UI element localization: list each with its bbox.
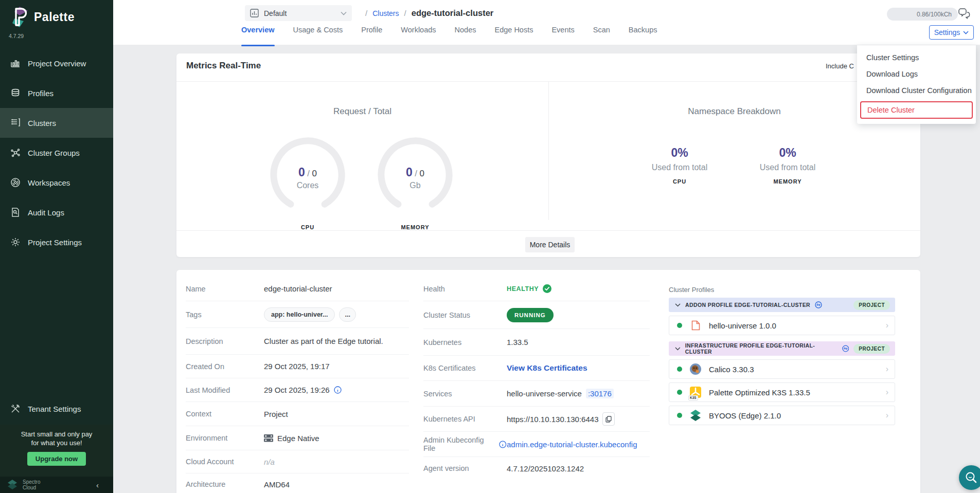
settings-button[interactable]: Settings: [929, 25, 974, 40]
infrastructure-profile-group-header[interactable]: INFRASTRUCTURE PROFILE EDGE-TUTORIAL-CLU…: [669, 341, 895, 356]
tab-workloads[interactable]: Workloads: [401, 26, 436, 39]
detail-label: Health: [423, 285, 507, 293]
detail-label: Tags: [186, 311, 264, 319]
tab-scan[interactable]: Scan: [593, 26, 610, 39]
detail-row-health: Health HEALTHY: [423, 277, 650, 301]
gauge-value: 0 / 0 Gb: [374, 166, 456, 190]
sidebar-item-project-overview[interactable]: Project Overview: [0, 48, 113, 78]
stat-kind-label: MEMORY: [731, 178, 844, 185]
sidebar-collapse-chevron[interactable]: ‹: [96, 481, 99, 489]
tab-usage-costs[interactable]: Usage & Costs: [293, 26, 343, 39]
sidebar-item-cluster-groups[interactable]: Cluster Groups: [0, 138, 113, 168]
tag-pill[interactable]: app: hello-univer...: [264, 307, 335, 322]
sidebar-item-audit-logs[interactable]: Audit Logs: [0, 197, 113, 227]
sidebar: Palette 4.7.29 Project Overview Profiles…: [0, 0, 113, 493]
footer-brand-top: Spectro: [23, 479, 40, 485]
tag-more-pill[interactable]: ...: [339, 307, 355, 322]
detail-label: Cloud Account: [186, 458, 264, 466]
edge-native-icon: [264, 434, 273, 442]
link-icon[interactable]: [842, 345, 849, 352]
tab-overview[interactable]: Overview: [241, 26, 275, 39]
menu-item-delete-cluster[interactable]: Delete Cluster: [860, 101, 973, 119]
detail-row-cloud-account: Cloud Account n/a: [186, 450, 409, 473]
footer-brand-bottom: Cloud: [23, 485, 40, 490]
profile-pack-row-k3s[interactable]: K3S Palette Optimized K3S 1.33.5 ›: [669, 382, 895, 402]
detail-label: Agent version: [423, 464, 507, 472]
workspaces-icon: [10, 177, 21, 188]
divider: [176, 230, 920, 231]
tab-profile[interactable]: Profile: [361, 26, 382, 39]
detail-value: 29 Oct 2025, 19:17: [264, 362, 330, 371]
status-dot: [677, 367, 682, 372]
menu-item-download-logs[interactable]: Download Logs: [857, 66, 976, 82]
menu-item-download-cluster-configuration[interactable]: Download Cluster Configuration: [857, 82, 976, 99]
brand-name: Palette: [34, 10, 75, 24]
project-selector[interactable]: Default: [245, 5, 352, 21]
running-status-pill: RUNNING: [507, 308, 554, 322]
gauge-unit: Gb: [374, 181, 456, 190]
stat-percent: 0%: [731, 146, 844, 160]
gauge-separator: /: [415, 169, 417, 178]
detail-label: K8s Certificates: [423, 364, 507, 372]
support-help-button[interactable]: [959, 465, 980, 490]
pack-name: Palette Optimized K3S 1.33.5: [709, 388, 879, 397]
detail-row-created-on: Created On 29 Oct 2025, 19:17: [186, 355, 409, 378]
memory-breakdown-stat: 0% Used from total MEMORY: [731, 146, 844, 185]
stat-caption: Used from total: [623, 163, 736, 172]
kubeconfig-download-link[interactable]: admin.edge-tutorial-cluster.kubeconfig: [507, 440, 637, 449]
link-icon[interactable]: [815, 301, 822, 308]
gauge-value: 0 / 0 Cores: [266, 166, 349, 190]
sidebar-item-clusters[interactable]: Clusters: [0, 108, 113, 138]
sidebar-item-label: Clusters: [28, 119, 56, 127]
profile-pack-row-byoos[interactable]: BYOOS (Edge) 2.1.0 ›: [669, 406, 895, 425]
metrics-title: Metrics Real-Time: [186, 61, 261, 71]
chevron-right-icon: ›: [886, 321, 888, 330]
detail-row-kubernetes: Kubernetes 1.33.5: [423, 329, 650, 356]
chat-icon[interactable]: [957, 7, 971, 22]
sidebar-item-workspaces[interactable]: Workspaces: [0, 168, 113, 197]
detail-row-description: Description Cluster as part of the Edge …: [186, 328, 409, 355]
include-toggle-label[interactable]: Include C: [826, 62, 854, 70]
sidebar-item-label: Audit Logs: [28, 208, 64, 217]
sidebar-item-project-settings[interactable]: Project Settings: [0, 227, 113, 257]
details-right-column: Health HEALTHY Cluster Status RUNNING Ku…: [423, 277, 650, 480]
status-dot: [677, 413, 682, 418]
palette-logo-icon: [10, 6, 29, 28]
detail-label: Environment: [186, 434, 264, 442]
detail-row-environment: Environment Edge Native: [186, 426, 409, 450]
upgrade-now-button[interactable]: Upgrade now: [27, 452, 86, 466]
profile-pack-row-hello-universe[interactable]: hello-universe 1.0.0 ›: [669, 316, 895, 335]
view-k8s-certificates-link[interactable]: View K8s Certificates: [507, 363, 587, 373]
chevron-down-icon: [341, 11, 347, 15]
tab-backups[interactable]: Backups: [629, 26, 657, 39]
project-scope-badge: PROJECT: [853, 300, 890, 310]
bar-chart-icon: [10, 58, 21, 68]
sidebar-item-tenant-settings[interactable]: Tenant Settings: [0, 394, 113, 424]
tab-events[interactable]: Events: [551, 26, 574, 39]
service-name: hello-universe-service: [507, 389, 582, 398]
detail-label: Kubernetes API: [423, 415, 507, 423]
sidebar-item-profiles[interactable]: Profiles: [0, 78, 113, 108]
breadcrumb-separator: /: [365, 9, 367, 17]
request-total-title: Request / Total: [176, 106, 548, 117]
breadcrumb-current: edge-tutorial-cluster: [412, 8, 494, 18]
breadcrumb-clusters-link[interactable]: Clusters: [372, 9, 399, 17]
profile-pack-row-calico[interactable]: Calico 3.30.3 ›: [669, 359, 895, 379]
info-icon[interactable]: [334, 386, 342, 394]
detail-value: Cluster as part of the Edge tutorial.: [264, 337, 383, 345]
addon-profile-group-header[interactable]: ADDON PROFILE EDGE-TUTORIAL-CLUSTER PROJ…: [669, 298, 895, 312]
more-details-button[interactable]: More Details: [525, 237, 575, 252]
settings-dropdown-menu: Cluster Settings Download Logs Download …: [857, 45, 976, 124]
service-port-link[interactable]: :30176: [586, 389, 614, 398]
detail-label: Kubernetes: [423, 338, 507, 346]
tab-edge-hosts[interactable]: Edge Hosts: [494, 26, 533, 39]
copy-button[interactable]: [602, 412, 615, 426]
promo-text-line2: for what you use!: [0, 439, 113, 447]
divider: [548, 81, 549, 220]
calico-pack-icon: [689, 363, 702, 375]
detail-row-services: Services hello-universe-service :30176: [423, 381, 650, 407]
info-icon[interactable]: [499, 441, 507, 448]
menu-item-cluster-settings[interactable]: Cluster Settings: [857, 49, 976, 66]
sidebar-item-label: Workspaces: [28, 178, 70, 187]
tab-nodes[interactable]: Nodes: [455, 26, 476, 39]
